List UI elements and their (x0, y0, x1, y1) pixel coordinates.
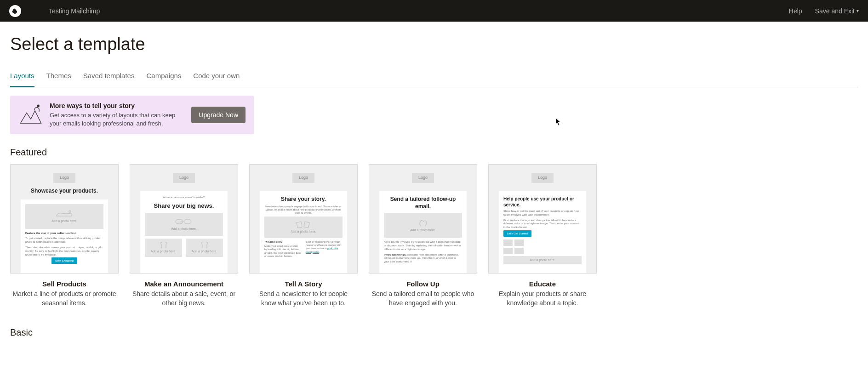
template-description: Share details about a sale, event, or ot… (130, 290, 238, 308)
tshirt-icon (200, 242, 210, 248)
tab-layouts[interactable]: Layouts (10, 68, 34, 87)
svg-point-5 (184, 219, 191, 224)
grid-icon (503, 240, 524, 254)
template-title: Make an Announcement (144, 280, 223, 288)
promo-description: Get access to a variety of layouts that … (50, 111, 185, 128)
upgrade-now-button[interactable]: Upgrade Now (191, 107, 246, 123)
thumb-logo-chip: Logo (412, 173, 434, 183)
wave-hand-icon (417, 219, 429, 227)
shoe-icon (55, 210, 74, 218)
tab-themes[interactable]: Themes (46, 68, 71, 87)
promo-illustration-icon (18, 103, 43, 127)
svg-text:10%: 10% (178, 220, 183, 223)
template-thumbnail[interactable]: Logo Showcase your products. Add a photo… (10, 164, 119, 274)
upgrade-promo-banner: More ways to tell your story Get access … (10, 96, 254, 134)
megaphone-icon: 10% (174, 217, 194, 226)
template-title: Tell A Story (285, 280, 322, 288)
thumb-logo-chip: Logo (531, 173, 554, 183)
svg-rect-7 (297, 222, 302, 228)
template-description: Explain your products or share knowledge… (488, 290, 597, 308)
template-title: Sell Products (42, 280, 86, 288)
tab-saved-templates[interactable]: Saved templates (83, 68, 135, 87)
template-thumbnail[interactable]: Logo Have an announcement to make? Share… (130, 164, 238, 274)
mailchimp-logo-icon[interactable] (9, 5, 21, 17)
map-icon (295, 221, 312, 228)
chevron-down-icon: ▾ (857, 8, 859, 13)
tab-campaigns[interactable]: Campaigns (146, 68, 181, 87)
template-thumbnail[interactable]: Logo Share your story. Newsletters keep … (249, 164, 358, 274)
svg-point-3 (69, 211, 71, 212)
workspace-name: Testing Mailchimp (49, 7, 100, 15)
promo-title: More ways to tell your story (50, 102, 185, 109)
thumb-logo-chip: Logo (53, 173, 75, 183)
template-card-make-announcement: Logo Have an announcement to make? Share… (130, 164, 238, 308)
save-and-exit-link[interactable]: Save and Exit ▾ (815, 7, 859, 15)
template-description: Market a line of products or promote sea… (10, 290, 119, 308)
template-description: Send a newsletter to let people know wha… (249, 290, 358, 308)
section-title-basic: Basic (10, 327, 858, 338)
svg-point-1 (16, 10, 17, 11)
tshirt-icon (159, 242, 169, 248)
template-title: Educate (529, 280, 556, 288)
template-title: Follow Up (406, 280, 440, 288)
template-card-tell-a-story: Logo Share your story. Newsletters keep … (249, 164, 358, 308)
template-thumbnail[interactable]: Logo Send a tailored follow-up email. Ad… (369, 164, 477, 274)
thumb-logo-chip: Logo (292, 173, 314, 183)
featured-cards-row: Logo Showcase your products. Add a photo… (10, 164, 858, 308)
template-card-sell-products: Logo Showcase your products. Add a photo… (10, 164, 119, 308)
thumb-logo-chip: Logo (173, 173, 195, 183)
top-bar: Testing Mailchimp Help Save and Exit ▾ (0, 0, 868, 22)
page-title: Select a template (10, 34, 858, 54)
template-card-educate: Logo Help people use your product or ser… (488, 164, 597, 308)
svg-rect-8 (304, 222, 309, 228)
tabs: Layouts Themes Saved templates Campaigns… (10, 68, 858, 87)
help-link[interactable]: Help (789, 7, 802, 15)
template-description: Send a tailored email to people who have… (369, 290, 477, 308)
section-title-featured: Featured (10, 147, 858, 158)
template-thumbnail[interactable]: Logo Help people use your product or ser… (488, 164, 597, 274)
svg-point-2 (37, 105, 40, 107)
template-card-follow-up: Logo Send a tailored follow-up email. Ad… (369, 164, 477, 308)
tab-code-your-own[interactable]: Code your own (193, 68, 240, 87)
